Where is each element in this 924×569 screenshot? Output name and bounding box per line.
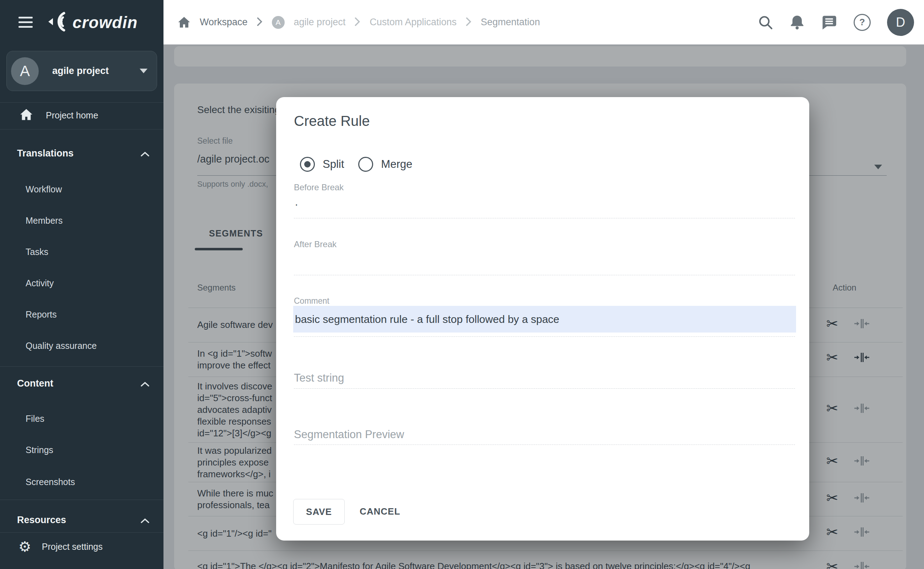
comment-label: Comment	[294, 296, 329, 306]
sidebar-item-quality-assurance[interactable]: Quality assurance	[0, 335, 164, 356]
chevron-up-icon	[141, 378, 149, 389]
sidebar-item-label: Project settings	[42, 542, 103, 552]
chevron-right-icon	[466, 17, 472, 28]
sidebar-item-label: Tasks	[26, 247, 49, 257]
sidebar-item-members[interactable]: Members	[0, 210, 164, 231]
chevron-right-icon	[355, 17, 360, 28]
crowdin-logo[interactable]: crowdin	[46, 11, 138, 34]
after-break-underline	[294, 275, 795, 275]
comment-selection-highlight[interactable]: basic segmentation rule - a full stop fo…	[293, 306, 796, 333]
sidebar-item-label: Members	[26, 216, 62, 226]
radio-selected-dot	[304, 161, 311, 167]
before-break-underline	[294, 218, 795, 218]
home-icon[interactable]	[178, 16, 191, 28]
breadcrumb-custom-applications[interactable]: Custom Applications	[370, 17, 457, 28]
comment-input[interactable]: basic segmentation rule - a full stop fo…	[295, 313, 559, 326]
sidebar-item-project-settings[interactable]: ⚙ Project settings	[0, 534, 182, 560]
segmentation-preview-label: Segmentation Preview	[294, 428, 404, 441]
divider	[0, 500, 164, 500]
sidebar-item-files[interactable]: Files	[0, 408, 164, 429]
before-break-input[interactable]: .	[295, 196, 298, 208]
sidebar-item-label: Reports	[26, 309, 57, 320]
breadcrumb-segmentation: Segmentation	[481, 17, 540, 28]
before-break-label: Before Break	[294, 183, 344, 192]
topbar: Workspace A agile project Custom Applica…	[164, 0, 924, 44]
sidebar-item-label: Files	[26, 414, 44, 424]
sidebar-item-screenshots[interactable]: Screenshots	[0, 471, 164, 493]
radio-merge[interactable]	[358, 157, 373, 172]
search-icon[interactable]	[758, 15, 773, 30]
comment-underline	[294, 336, 795, 337]
chevron-down-icon	[140, 68, 147, 73]
chevron-up-icon	[141, 148, 149, 159]
help-glyph: ?	[859, 17, 865, 28]
section-label: Translations	[17, 148, 74, 159]
test-string-input[interactable]: Test string	[294, 372, 344, 385]
sidebar-item-project-home[interactable]: Project home	[0, 102, 183, 129]
app-root: crowdin A agile project Project home Tra…	[0, 0, 924, 569]
sidebar-item-tasks[interactable]: Tasks	[0, 241, 164, 262]
notifications-bell-icon[interactable]	[790, 15, 804, 30]
sidebar-item-label: Strings	[26, 445, 53, 455]
sidebar-item-reports[interactable]: Reports	[0, 304, 164, 325]
crowdin-logo-icon	[46, 11, 69, 34]
breadcrumb-project[interactable]: agile project	[294, 17, 346, 28]
sidebar-section-translations[interactable]: Translations	[0, 141, 164, 165]
segmentation-preview-underline	[294, 444, 795, 445]
divider	[0, 129, 164, 129]
breadcrumb-workspace[interactable]: Workspace	[200, 17, 248, 28]
test-string-underline	[294, 388, 795, 389]
chevron-up-icon	[141, 514, 149, 526]
save-button[interactable]: SAVE	[293, 499, 345, 525]
help-icon[interactable]: ?	[854, 14, 871, 31]
breadcrumb-project-avatar: A	[272, 16, 285, 29]
sidebar-item-label: Activity	[26, 278, 54, 288]
radio-merge-label[interactable]: Merge	[381, 158, 412, 171]
sidebar: crowdin A agile project Project home Tra…	[0, 0, 164, 569]
sidebar-section-content[interactable]: Content	[0, 372, 164, 395]
rule-type-radio-group: Split Merge	[300, 157, 412, 172]
radio-split[interactable]	[300, 157, 315, 172]
breadcrumb: Workspace A agile project Custom Applica…	[178, 16, 540, 29]
chevron-right-icon	[257, 17, 262, 28]
sidebar-section-resources[interactable]: Resources	[0, 508, 164, 532]
divider	[0, 366, 164, 367]
menu-icon[interactable]	[18, 17, 33, 28]
chat-icon[interactable]	[821, 15, 837, 30]
after-break-label: After Break	[294, 239, 337, 249]
sidebar-item-strings[interactable]: Strings	[0, 439, 164, 461]
project-name: agile project	[52, 65, 140, 76]
radio-split-label[interactable]: Split	[323, 158, 344, 171]
crowdin-logo-text: crowdin	[73, 13, 138, 32]
sidebar-logo-row: crowdin	[0, 0, 164, 44]
cancel-button[interactable]: CANCEL	[352, 499, 407, 524]
create-rule-modal: Create Rule Split Merge Before Break . A…	[276, 97, 809, 540]
sidebar-item-workflow[interactable]: Workflow	[0, 178, 164, 200]
modal-title: Create Rule	[294, 113, 370, 129]
topbar-actions: ? D	[758, 9, 914, 36]
user-avatar[interactable]: D	[887, 9, 914, 36]
sidebar-item-label: Screenshots	[26, 477, 75, 487]
gear-icon: ⚙	[18, 540, 31, 554]
home-icon	[20, 108, 33, 122]
sidebar-item-activity[interactable]: Activity	[0, 272, 164, 294]
sidebar-item-label: Quality assurance	[26, 341, 97, 351]
section-label: Resources	[17, 514, 66, 526]
section-label: Content	[17, 378, 53, 389]
project-selector[interactable]: A agile project	[6, 51, 157, 91]
sidebar-item-label: Workflow	[26, 184, 62, 195]
divider	[0, 532, 164, 533]
sidebar-item-label: Project home	[46, 110, 98, 120]
project-avatar: A	[11, 57, 39, 85]
